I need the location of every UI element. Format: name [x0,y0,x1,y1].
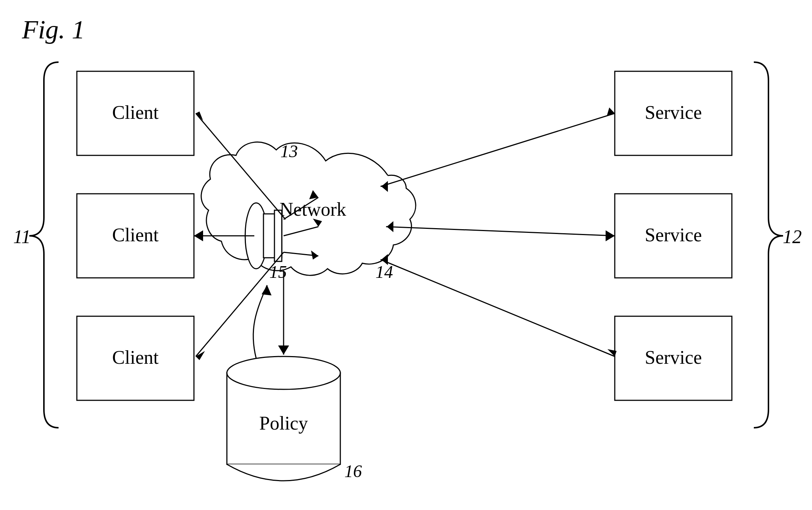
svg-line-9 [196,252,284,356]
svg-marker-6 [196,112,203,121]
client-label-3: Client [112,347,159,368]
network-label: Network [280,199,346,220]
client-label-2: Client [112,224,159,245]
group-label-12: 12 [783,226,802,247]
policy-label: Policy [259,413,308,434]
service-label-3: Service [645,347,702,368]
client-label-1: Client [112,102,159,123]
svg-marker-27 [278,345,289,355]
policy-cylinder: Policy [227,356,340,481]
service-label-1: Service [645,102,702,123]
left-brace [29,62,59,428]
svg-marker-20 [606,230,615,241]
label-13: 13 [280,141,298,161]
svg-line-19 [386,227,615,236]
svg-rect-4 [274,210,282,261]
right-brace [754,62,783,428]
svg-marker-8 [194,230,203,241]
svg-marker-28 [262,285,272,295]
group-label-11: 11 [13,226,31,247]
label-16: 16 [344,461,362,481]
svg-line-21 [381,260,615,356]
svg-point-1 [227,356,340,389]
svg-line-17 [381,113,615,186]
label-14: 14 [375,262,393,282]
service-label-2: Service [645,224,702,245]
label-15: 15 [269,262,287,282]
